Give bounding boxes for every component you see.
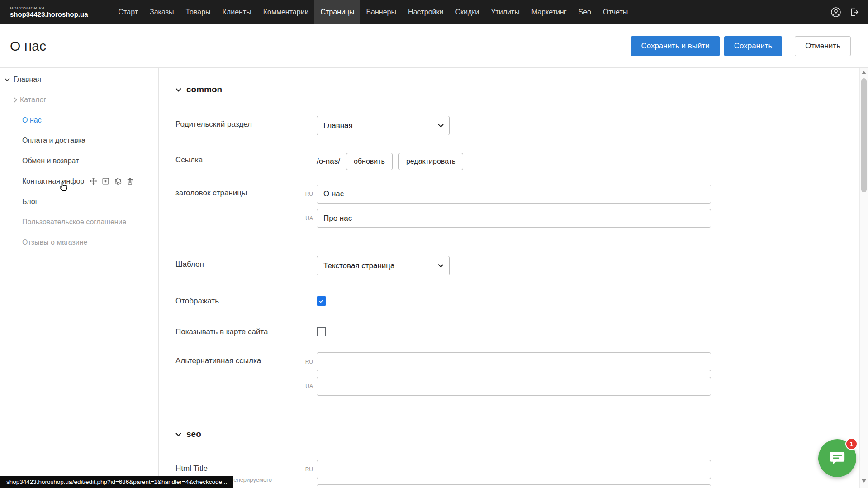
section-seo-toggle[interactable]: seo [175,429,859,439]
sidebar-item-payment-delivery[interactable]: Оплата и доставка [0,130,158,151]
vertical-scrollbar[interactable] [859,68,868,488]
topbar-right [830,6,860,18]
sidebar-item-about[interactable]: О нас [0,110,158,130]
topbar-menu-comments[interactable]: Комментарии [257,0,315,24]
lang-ua-label: UA [300,383,313,389]
header-actions: Сохранить и выйти Сохранить Отменить [631,36,851,56]
chat-launcher-button[interactable]: 1 [818,439,856,477]
chevron-down-icon [438,264,444,268]
sidebar-item-label: Оплата и доставка [22,137,85,145]
sidebar-item-label: Обмен и возврат [22,157,79,165]
chat-unread-badge: 1 [845,438,858,450]
topbar-menu-orders[interactable]: Заказы [144,0,180,24]
save-button[interactable]: Сохранить [724,36,782,56]
alt-link-label: Альтернативная ссылка [175,352,317,365]
topbar-menu-discounts[interactable]: Скидки [449,0,485,24]
topbar-menu: Старт Заказы Товары Клиенты Комментарии … [113,0,634,24]
sidebar-item-contact-info[interactable]: Контактная инфор [0,171,158,191]
logout-icon[interactable] [848,6,860,18]
page-title-row: заголовок страницы RU UA [175,185,859,233]
sidebar-item-store-reviews[interactable]: Отзывы о магазине [0,232,158,252]
link-refresh-button[interactable]: обновить [346,153,393,170]
lang-ru-label: RU [300,191,313,197]
sidebar-item-exchange-return[interactable]: Обмен и возврат [0,151,158,171]
brand: HOROSHOP V4 shop34423.horoshop.ua [10,6,88,18]
topbar-menu-seo[interactable]: Seo [573,0,597,24]
topbar-menu-pages[interactable]: Страницы [314,0,360,24]
sitemap-row: Показывать в карте сайта [175,327,859,336]
chevron-down-icon [175,88,181,92]
html-title-ua-input[interactable] [317,484,711,488]
sidebar-item-blog[interactable]: Блог [0,191,158,212]
sidebar-item-catalog[interactable]: Каталог [0,90,158,110]
sidebar-item-label: Контактная инфор [22,177,84,185]
link-preview-statusbar: shop34423.horoshop.ua/edit/edit.php?id=6… [0,476,233,488]
alt-link-ua-input[interactable] [317,377,711,396]
page-title-label: заголовок страницы [175,185,317,198]
chevron-down-icon [5,78,10,81]
pages-tree-sidebar: Главная Каталог О нас Оплата и доставка … [0,68,159,488]
link-label: Ссылка [175,152,317,165]
parent-section-select[interactable]: Главная [317,116,450,135]
topbar-menu-settings[interactable]: Настройки [402,0,449,24]
chevron-down-icon [438,123,444,128]
section-common-toggle[interactable]: common [175,85,859,95]
link-path: /o-nas/ [317,157,340,166]
topbar-menu-clients[interactable]: Клиенты [217,0,257,24]
lang-ru-label: RU [300,359,313,365]
template-label: Шаблон [175,256,317,269]
topbar-menu-reports[interactable]: Отчеты [597,0,634,24]
page-title-ua-input[interactable] [317,209,711,228]
html-title-row: Html Title Полная замена title, генериру… [175,460,859,488]
html-title-ru-input[interactable] [317,460,711,479]
template-select[interactable]: Текстовая страница [317,256,450,275]
sidebar-item-label: О нас [22,116,42,124]
cancel-button[interactable]: Отменить [795,36,851,56]
page-header: О нас Сохранить и выйти Сохранить Отмени… [0,24,868,68]
display-checkbox[interactable] [317,296,326,306]
trash-icon[interactable] [126,177,134,185]
topbar-menu-start[interactable]: Старт [113,0,144,24]
sitemap-checkbox[interactable] [317,327,326,336]
scroll-up-arrow-icon[interactable] [862,71,866,74]
chevron-right-icon [14,97,17,103]
page-edit-form: common Родительский раздел Главная Ссылк… [159,68,859,488]
sitemap-label: Показывать в карте сайта [175,327,317,336]
link-edit-button[interactable]: редактировать [398,153,463,170]
scrollbar-thumb[interactable] [861,78,867,192]
check-icon [318,298,324,304]
sidebar-item-home[interactable]: Главная [0,69,158,90]
sidebar-item-label: Каталог [20,96,46,104]
sidebar-item-label: Главная [14,76,41,84]
parent-section-value: Главная [323,121,353,130]
section-common-title: common [186,85,222,95]
sidebar-item-label: Пользовательское соглашение [22,218,126,226]
topbar-menu-utilities[interactable]: Утилиты [485,0,526,24]
topbar-menu-marketing[interactable]: Маркетинг [526,0,573,24]
scroll-down-arrow-icon[interactable] [862,479,866,483]
save-and-exit-button[interactable]: Сохранить и выйти [631,36,719,56]
alt-link-row: Альтернативная ссылка RU UA [175,352,859,401]
parent-section-label: Родительский раздел [175,116,317,129]
move-icon[interactable] [90,177,97,185]
lang-ru-label: RU [300,466,313,473]
parent-section-row: Родительский раздел Главная [175,116,859,135]
display-row: Отображать [175,296,859,306]
topbar: HOROSHOP V4 shop34423.horoshop.ua Старт … [0,0,868,24]
tree-item-actions [90,177,134,185]
html-title-label: Html Title [175,464,307,473]
account-icon[interactable] [830,6,842,18]
template-row: Шаблон Текстовая страница [175,256,859,275]
section-seo-title: seo [186,429,201,439]
topbar-menu-products[interactable]: Товары [180,0,217,24]
sidebar-item-user-agreement[interactable]: Пользовательское соглашение [0,212,158,232]
chevron-down-icon [175,432,181,436]
add-icon[interactable] [102,177,109,185]
gear-icon[interactable] [114,177,122,185]
topbar-menu-banners[interactable]: Баннеры [360,0,402,24]
brand-domain: shop34423.horoshop.ua [10,11,88,19]
page-title-ru-input[interactable] [317,185,711,204]
alt-link-ru-input[interactable] [317,352,711,371]
template-value: Текстовая страница [323,261,395,270]
sidebar-item-label: Отзывы о магазине [22,238,88,246]
